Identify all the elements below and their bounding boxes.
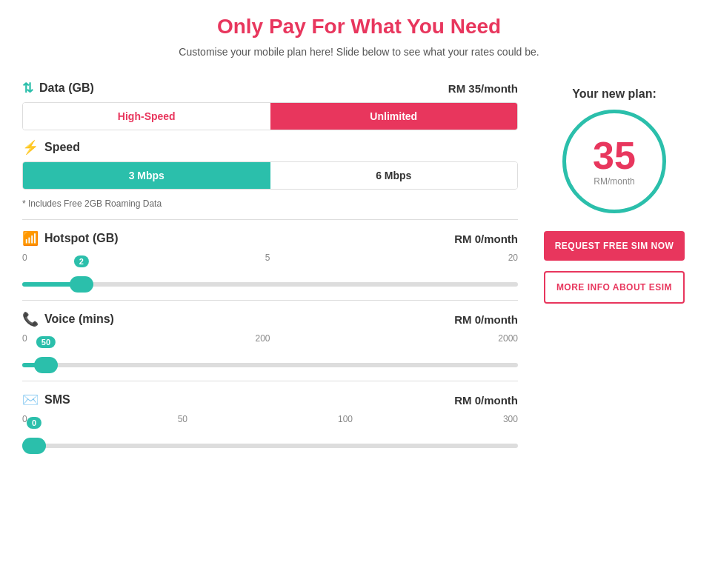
voice-slider[interactable] [22,363,518,367]
data-icon: ⇅ [22,80,33,96]
plan-price-number: 35 [593,136,636,175]
voice-price: RM 0/month [454,313,518,326]
data-section: ⇅ Data (GB) RM 35/month High-Speed Unlim… [22,80,518,130]
speed-3mbps-btn[interactable]: 3 Mbps [23,162,270,189]
data-label: ⇅ Data (GB) [22,80,94,96]
sms-label: ✉️ SMS [22,392,70,408]
sms-slider[interactable] [22,444,518,448]
voice-section: 📞 Voice (mins) RM 0/month 0 200 2000 50 [22,311,518,370]
hotspot-section: 📶 Hotspot (GB) RM 0/month 0 5 20 2 [22,230,518,290]
plan-price-unit: RM/month [594,176,634,187]
sms-slider-container: 0 [22,438,518,451]
speed-6mbps-btn[interactable]: 6 Mbps [270,162,518,189]
hotspot-icon: 📶 [22,230,39,247]
divider-1 [22,219,518,220]
roaming-note: * Includes Free 2GB Roaming Data [22,198,518,209]
data-toggle-group: High-Speed Unlimited [22,102,518,130]
sms-section: ✉️ SMS RM 0/month 0 50 100 300 0 [22,392,518,451]
divider-2 [22,300,518,301]
left-panel: ⇅ Data (GB) RM 35/month High-Speed Unlim… [22,80,518,457]
voice-slider-container: 50 [22,357,518,370]
data-highspeed-btn[interactable]: High-Speed [23,103,270,130]
hotspot-label: 📶 Hotspot (GB) [22,230,119,247]
hotspot-price: RM 0/month [454,233,518,245]
page-subtitle: Customise your mobile plan here! Slide b… [22,46,696,58]
voice-icon: 📞 [22,311,39,327]
right-panel: Your new plan: 35 RM/month REQUEST FREE … [533,80,696,457]
sms-price: RM 0/month [454,394,518,407]
data-unlimited-btn[interactable]: Unlimited [270,103,518,130]
voice-slider-labels: 0 200 2000 [22,333,518,344]
request-sim-button[interactable]: REQUEST FREE SIM NOW [544,231,685,261]
esim-info-button[interactable]: MORE INFO ABOUT eSIM [544,271,685,304]
sms-icon: ✉️ [22,392,39,408]
page-title: Only Pay For What You Need [22,15,696,39]
sms-slider-labels: 0 50 100 300 [22,414,518,424]
hotspot-slider-container: 2 [22,276,518,290]
hotspot-slider-labels: 0 5 20 [22,253,518,263]
divider-3 [22,381,518,381]
speed-toggle-group: 3 Mbps 6 Mbps [22,161,518,190]
speed-label: ⚡ Speed [22,139,80,156]
plan-circle: 35 RM/month [562,110,666,213]
speed-section: ⚡ Speed 3 Mbps 6 Mbps * Includes Free 2G… [22,139,518,209]
voice-label: 📞 Voice (mins) [22,311,114,327]
plan-label: Your new plan: [572,87,656,101]
hotspot-slider[interactable] [22,282,518,287]
speed-icon: ⚡ [22,139,39,156]
data-price: RM 35/month [448,82,518,95]
